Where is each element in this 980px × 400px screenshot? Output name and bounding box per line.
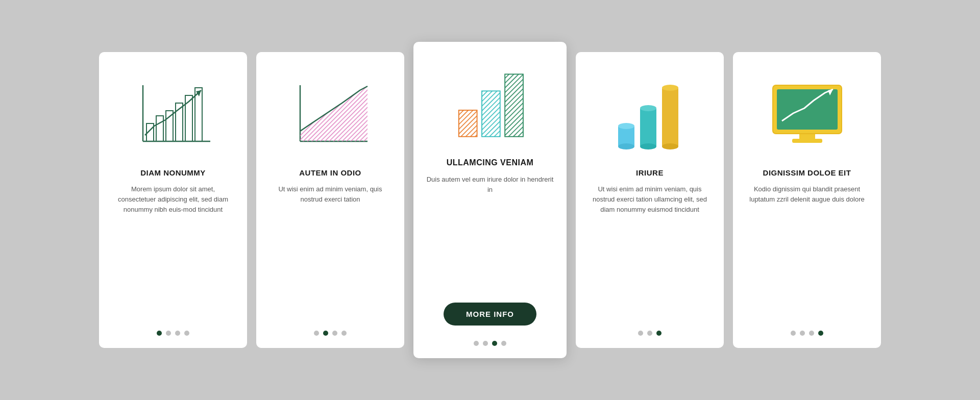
card-5: DIGNISSIM DOLOE EIT Kodio dignissim qui … xyxy=(733,52,881,348)
cards-container: DIAM NONUMMY Morem ipsum dolor sit amet,… xyxy=(68,21,912,379)
dot xyxy=(166,331,171,336)
dot xyxy=(492,341,497,346)
svg-point-25 xyxy=(640,105,656,111)
dot xyxy=(314,331,319,336)
dot xyxy=(809,331,814,336)
dot xyxy=(157,331,162,336)
svg-rect-20 xyxy=(505,74,523,136)
svg-rect-24 xyxy=(640,108,656,146)
dot xyxy=(332,331,337,336)
card-1-dots xyxy=(157,326,189,336)
dot xyxy=(647,331,652,336)
dot xyxy=(474,341,479,346)
card-1: DIAM NONUMMY Morem ipsum dolor sit amet,… xyxy=(99,52,247,348)
card-5-dots xyxy=(791,326,823,336)
card-5-title: DIGNISSIM DOLOE EIT xyxy=(763,168,851,177)
dot xyxy=(323,331,328,336)
svg-point-29 xyxy=(662,143,678,149)
card-2-text: Ut wisi enim ad minim veniam, quis nostr… xyxy=(268,184,392,315)
dot xyxy=(656,331,662,336)
card-2-dots xyxy=(314,326,347,336)
svg-rect-34 xyxy=(799,134,815,139)
dot xyxy=(791,331,796,336)
svg-rect-19 xyxy=(482,91,500,136)
svg-rect-35 xyxy=(792,139,822,143)
card-1-title: DIAM NONUMMY xyxy=(140,168,206,177)
card-2-title: AUTEM IN ODIO xyxy=(299,168,361,177)
svg-marker-8 xyxy=(196,90,201,96)
card-3-dots xyxy=(474,336,506,346)
card-5-icon xyxy=(766,67,848,154)
card-2: AUTEM IN ODIO Ut wisi enim ad minim veni… xyxy=(256,52,404,348)
svg-rect-32 xyxy=(777,89,838,130)
dot xyxy=(175,331,180,336)
svg-point-22 xyxy=(618,123,634,129)
dot xyxy=(483,341,488,346)
dot xyxy=(341,331,347,336)
card-1-icon xyxy=(132,67,214,154)
card-4-dots xyxy=(638,326,662,336)
svg-rect-18 xyxy=(459,110,477,137)
dot xyxy=(501,341,506,346)
card-3: ULLAMCING VENIAM Duis autem vel eum iriu… xyxy=(413,42,567,358)
svg-rect-3 xyxy=(156,116,163,141)
card-1-text: Morem ipsum dolor sit amet, consectetuer… xyxy=(111,184,235,315)
dot xyxy=(638,331,643,336)
svg-point-28 xyxy=(662,85,678,91)
dot xyxy=(818,331,823,336)
card-3-title: ULLAMCING VENIAM xyxy=(447,158,534,167)
card-3-icon xyxy=(449,57,531,144)
svg-point-23 xyxy=(618,143,634,149)
card-2-icon xyxy=(289,67,371,154)
more-info-button[interactable]: MORE INFO xyxy=(444,303,536,326)
card-4-icon xyxy=(609,67,691,154)
card-4: IRIURE Ut wisi enim ad minim veniam, qui… xyxy=(576,52,724,348)
svg-rect-27 xyxy=(662,88,678,146)
dot xyxy=(800,331,805,336)
svg-marker-13 xyxy=(300,86,368,141)
card-5-text: Kodio dignissim qui blandit praesent lup… xyxy=(745,184,869,315)
card-3-text: Duis autem vel eum iriure dolor in hendr… xyxy=(426,174,554,290)
card-4-text: Ut wisi enim ad minim veniam, quis nostr… xyxy=(588,184,712,315)
dot xyxy=(184,331,189,336)
svg-point-26 xyxy=(640,143,656,149)
card-4-title: IRIURE xyxy=(636,168,664,177)
